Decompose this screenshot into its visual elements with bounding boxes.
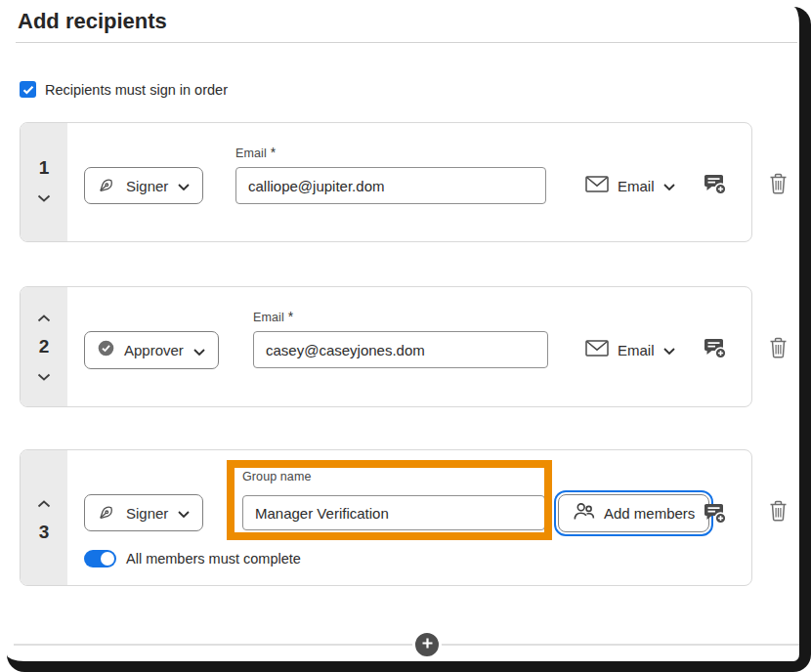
page-title: Add recipients bbox=[18, 9, 167, 34]
recipient-order-column: 1 bbox=[21, 123, 67, 241]
delete-recipient-button[interactable] bbox=[768, 336, 789, 363]
move-down-button[interactable] bbox=[34, 188, 54, 207]
email-field-label: Email* bbox=[235, 145, 276, 160]
envelope-icon bbox=[585, 176, 609, 196]
move-down-button[interactable] bbox=[34, 366, 54, 386]
pen-nib-icon bbox=[98, 502, 116, 525]
plus-icon bbox=[421, 636, 434, 653]
sign-in-order-row: Recipients must sign in order bbox=[20, 81, 228, 98]
check-circle-icon bbox=[98, 340, 114, 360]
chevron-down-icon bbox=[37, 189, 51, 206]
chevron-up-icon bbox=[37, 494, 51, 512]
sign-in-order-label: Recipients must sign in order bbox=[45, 82, 228, 98]
add-message-icon bbox=[703, 184, 728, 200]
move-up-button[interactable] bbox=[34, 493, 54, 513]
all-members-toggle-row: All members must complete bbox=[84, 550, 301, 567]
checkmark-icon bbox=[22, 81, 34, 99]
add-message-icon bbox=[703, 513, 728, 529]
recipient-order-column: 2 bbox=[21, 287, 67, 406]
chevron-down-icon bbox=[178, 504, 190, 522]
delete-recipient-button[interactable] bbox=[768, 499, 789, 526]
email-input[interactable] bbox=[235, 167, 546, 204]
chevron-down-icon bbox=[178, 177, 190, 194]
header-divider bbox=[16, 42, 797, 43]
add-members-button[interactable]: Add members bbox=[558, 494, 709, 532]
role-label: Signer bbox=[126, 505, 168, 522]
required-asterisk: * bbox=[288, 309, 294, 324]
delivery-method-selector[interactable]: Email bbox=[585, 331, 675, 368]
focus-ring: Add members bbox=[554, 490, 713, 536]
add-members-label: Add members bbox=[604, 505, 695, 522]
add-private-message-button[interactable] bbox=[703, 336, 728, 365]
bottom-divider bbox=[14, 644, 799, 646]
role-selector[interactable]: Approver bbox=[84, 331, 219, 369]
move-up-button[interactable] bbox=[34, 308, 54, 327]
chevron-down-icon bbox=[193, 342, 205, 359]
add-recipient-button[interactable] bbox=[412, 630, 442, 659]
recipient-order-number: 3 bbox=[39, 522, 50, 543]
delete-recipient-button[interactable] bbox=[768, 172, 789, 199]
add-private-message-button[interactable] bbox=[703, 172, 728, 201]
chevron-down-icon bbox=[37, 367, 51, 385]
delivery-method-label: Email bbox=[618, 178, 655, 194]
role-selector[interactable]: Signer bbox=[84, 494, 203, 531]
all-members-toggle[interactable] bbox=[84, 550, 116, 567]
delivery-method-label: Email bbox=[618, 342, 655, 358]
add-private-message-button[interactable] bbox=[703, 501, 728, 530]
recipient-card-2: 2 Approver Email* Email bbox=[20, 286, 752, 407]
pen-nib-icon bbox=[98, 175, 116, 197]
chevron-down-icon bbox=[663, 177, 675, 194]
envelope-icon bbox=[585, 340, 609, 360]
recipient-order-number: 1 bbox=[39, 157, 50, 179]
recipient-card-3: 3 Signer Group name Add members All memb… bbox=[20, 449, 752, 586]
group-name-input[interactable] bbox=[242, 495, 545, 530]
email-input[interactable] bbox=[253, 331, 548, 368]
group-name-label: Group name bbox=[242, 470, 311, 483]
role-label: Approver bbox=[124, 342, 184, 358]
required-asterisk: * bbox=[271, 145, 277, 160]
all-members-toggle-label: All members must complete bbox=[126, 551, 301, 567]
people-icon bbox=[573, 501, 595, 525]
toggle-knob bbox=[101, 552, 114, 566]
sign-in-order-checkbox[interactable] bbox=[20, 81, 36, 98]
trash-icon bbox=[768, 509, 789, 525]
email-field-label: Email* bbox=[253, 309, 293, 324]
chevron-down-icon bbox=[663, 341, 675, 358]
trash-icon bbox=[768, 346, 789, 362]
recipient-order-column: 3 bbox=[21, 450, 67, 585]
recipient-card-1: 1 Signer Email* Email bbox=[20, 122, 752, 242]
chevron-up-icon bbox=[37, 309, 51, 326]
recipient-order-number: 2 bbox=[39, 336, 50, 357]
role-label: Signer bbox=[126, 178, 168, 194]
add-message-icon bbox=[703, 348, 728, 364]
trash-icon bbox=[768, 182, 789, 198]
role-selector[interactable]: Signer bbox=[84, 167, 203, 204]
delivery-method-selector[interactable]: Email bbox=[585, 167, 675, 204]
